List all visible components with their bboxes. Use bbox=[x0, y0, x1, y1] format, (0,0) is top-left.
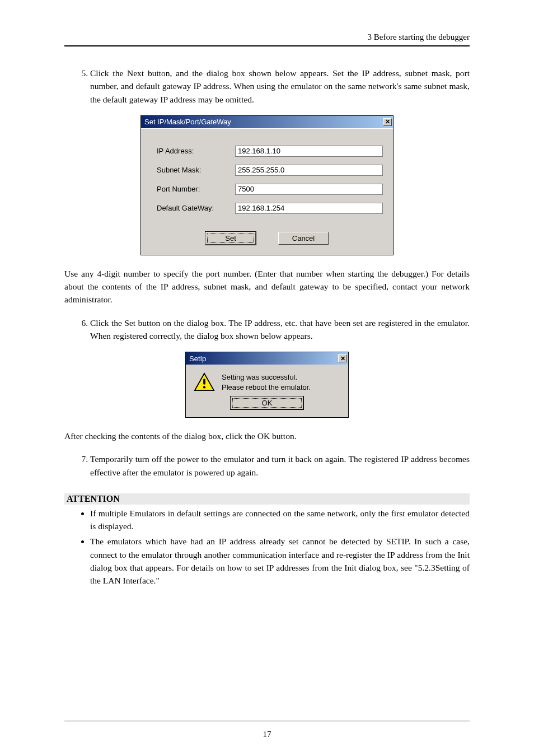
attention-heading: ATTENTION bbox=[64, 493, 470, 505]
label-ip-address: IP Address: bbox=[157, 147, 235, 155]
dialog-titlebar: Set IP/Mask/Port/GateWay ✕ bbox=[141, 116, 393, 128]
paragraph-after-5: Use any 4-digit number to specify the po… bbox=[64, 267, 470, 306]
close-icon[interactable]: ✕ bbox=[383, 118, 392, 126]
label-default-gateway: Default GateWay: bbox=[157, 204, 235, 212]
label-subnet-mask: Subnet Mask: bbox=[157, 166, 235, 174]
input-default-gateway[interactable] bbox=[235, 203, 383, 214]
list-item-6: Click the Set button on the dialog box. … bbox=[90, 316, 470, 343]
attention-list: If multiple Emulators in default setting… bbox=[64, 507, 470, 587]
dialog-body: IP Address: Subnet Mask: Port Number: De… bbox=[141, 128, 393, 255]
attention-bullet: The emulators which have had an IP addre… bbox=[90, 535, 470, 587]
section-header: 3 Before starting the debugger bbox=[64, 32, 470, 45]
dialog-titlebar: SetIp ✕ bbox=[186, 352, 348, 365]
dialog-title: Set IP/Mask/Port/GateWay bbox=[144, 118, 231, 126]
warning-icon bbox=[194, 372, 215, 391]
svg-rect-1 bbox=[203, 379, 205, 384]
footer-rule bbox=[64, 721, 470, 721]
input-subnet-mask[interactable] bbox=[235, 165, 383, 176]
numbered-list: Temporarily turn off the power to the em… bbox=[64, 452, 470, 479]
input-port-number[interactable] bbox=[235, 184, 383, 195]
close-icon[interactable]: ✕ bbox=[338, 354, 347, 362]
message-line-2: Please reboot the emulator. bbox=[222, 382, 311, 393]
input-ip-address[interactable] bbox=[235, 146, 383, 157]
paragraph-after-6: After checking the contents of the dialo… bbox=[64, 430, 470, 442]
numbered-list: Click the Next button, and the dialog bo… bbox=[64, 67, 470, 106]
figure-dialog-ip: Set IP/Mask/Port/GateWay ✕ IP Address: S… bbox=[64, 116, 470, 255]
label-port-number: Port Number: bbox=[157, 185, 235, 193]
page-number: 17 bbox=[0, 730, 534, 739]
list-item-5: Click the Next button, and the dialog bo… bbox=[90, 67, 470, 106]
dialog-setip-msgbox: SetIp ✕ Setting was successful. Please r… bbox=[186, 352, 348, 417]
svg-point-2 bbox=[203, 386, 205, 388]
dialog-set-ip-mask-port-gateway: Set IP/Mask/Port/GateWay ✕ IP Address: S… bbox=[141, 116, 393, 255]
document-page: 3 Before starting the debugger Click the… bbox=[0, 0, 534, 756]
dialog-title: SetIp bbox=[189, 354, 206, 363]
set-button[interactable]: Set bbox=[205, 232, 256, 245]
header-rule bbox=[64, 45, 470, 46]
message-line-1: Setting was successful. bbox=[222, 372, 311, 382]
ok-button[interactable]: OK bbox=[231, 396, 303, 409]
message-text: Setting was successful. Please reboot th… bbox=[222, 372, 311, 392]
figure-dialog-msgbox: SetIp ✕ Setting was successful. Please r… bbox=[64, 352, 470, 417]
attention-bullet: If multiple Emulators in default setting… bbox=[90, 507, 470, 533]
numbered-list: Click the Set button on the dialog box. … bbox=[64, 316, 470, 343]
list-item-7: Temporarily turn off the power to the em… bbox=[90, 452, 470, 479]
cancel-button[interactable]: Cancel bbox=[278, 232, 329, 245]
